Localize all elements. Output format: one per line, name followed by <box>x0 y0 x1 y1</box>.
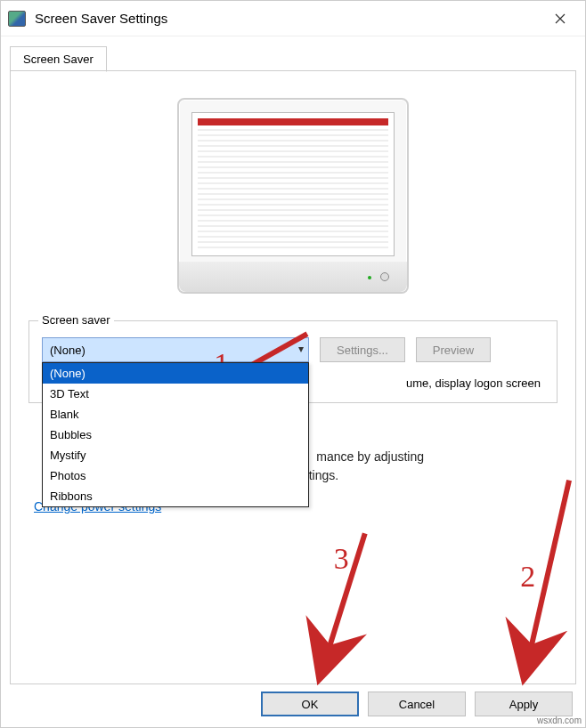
cancel-button[interactable]: Cancel <box>368 692 466 716</box>
chevron-down-icon: ▾ <box>298 343 304 355</box>
close-icon <box>555 13 566 24</box>
close-button[interactable] <box>542 1 578 36</box>
monitor-bezel <box>179 262 407 292</box>
screensaver-select-value: (None) <box>50 344 85 357</box>
option-3d-text[interactable]: 3D Text <box>43 384 308 404</box>
ok-button[interactable]: OK <box>261 692 359 716</box>
titlebar: Screen Saver Settings <box>1 1 585 36</box>
app-icon <box>8 11 26 27</box>
screensaver-select[interactable]: (None) ▾ (None) 3D Text Blank Bubbles My… <box>42 337 309 362</box>
preview-button: Preview <box>416 337 491 362</box>
dialog-buttons: OK Cancel Apply <box>261 692 573 716</box>
option-mystify[interactable]: Mystify <box>43 445 308 465</box>
tab-strip: Screen Saver <box>1 36 585 71</box>
power-button-icon <box>380 272 389 281</box>
option-photos[interactable]: Photos <box>43 465 308 486</box>
option-ribbons[interactable]: Ribbons <box>43 486 308 506</box>
tab-screen-saver[interactable]: Screen Saver <box>10 46 107 72</box>
watermark: wsxdn.com <box>537 716 582 725</box>
option-bubbles[interactable]: Bubbles <box>43 425 308 445</box>
screensaver-group: Screen saver (None) ▾ (None) 3D Text Bla… <box>28 320 558 403</box>
group-label: Screen saver <box>38 313 114 327</box>
option-blank[interactable]: Blank <box>43 404 308 425</box>
screensaver-settings-window: Screen Saver Settings Screen Saver Scree… <box>0 0 586 728</box>
settings-button: Settings... <box>320 337 405 362</box>
power-led-icon <box>368 276 371 279</box>
screensaver-select-display[interactable]: (None) ▾ <box>42 337 309 362</box>
monitor-screen <box>191 112 395 256</box>
window-title: Screen Saver Settings <box>35 11 167 26</box>
tab-panel: Screen saver (None) ▾ (None) 3D Text Bla… <box>10 70 576 684</box>
monitor-preview <box>177 98 409 294</box>
pm-line1-fragment: mance by adjusting <box>316 449 424 464</box>
option-none[interactable]: (None) <box>43 363 308 384</box>
apply-button[interactable]: Apply <box>475 692 573 716</box>
screensaver-select-list[interactable]: (None) 3D Text Blank Bubbles Mystify Pho… <box>42 362 309 507</box>
